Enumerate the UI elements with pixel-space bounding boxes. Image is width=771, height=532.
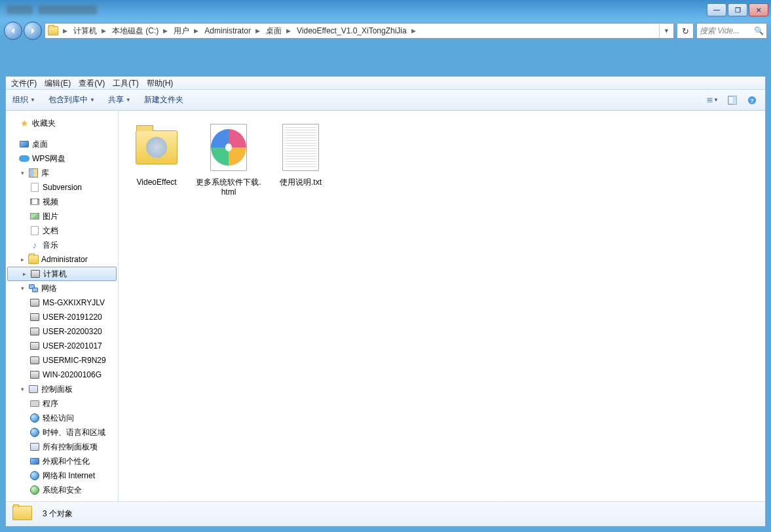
- back-button[interactable]: [4, 22, 22, 40]
- tree-libraries[interactable]: ▾库: [6, 166, 118, 180]
- user-icon: [28, 254, 39, 265]
- folder-icon: [12, 506, 33, 523]
- cloud-icon: [19, 153, 29, 164]
- library-icon: [28, 168, 39, 178]
- chevron-right-icon[interactable]: ▶: [409, 28, 418, 34]
- tree-controlpanel[interactable]: ▾控制面板: [6, 382, 118, 396]
- view-options-button[interactable]: ▼: [706, 94, 719, 107]
- tree-lib-item[interactable]: Subversion: [6, 180, 118, 195]
- maximize-button[interactable]: ❐: [728, 3, 747, 16]
- refresh-button[interactable]: ↻: [677, 23, 694, 39]
- allcp-icon: [29, 442, 40, 452]
- tree-wps[interactable]: WPS网盘: [6, 151, 118, 166]
- menu-edit[interactable]: 编辑(E): [45, 78, 71, 89]
- explorer-window: 文件(F) 编辑(E) 查看(V) 工具(T) 帮助(H) 组织▼ 包含到库中▼…: [5, 76, 766, 527]
- close-button[interactable]: ✕: [749, 3, 768, 16]
- html-icon: [201, 120, 256, 175]
- chevron-right-icon[interactable]: ▶: [192, 28, 200, 34]
- tree-net-item[interactable]: USER-20191220: [6, 310, 118, 324]
- menubar: 文件(F) 编辑(E) 查看(V) 工具(T) 帮助(H): [6, 77, 765, 90]
- navigation-tree[interactable]: ★收藏夹 桌面 WPS网盘 ▾库 Subversion 视频 图片 文档 ♪音乐…: [6, 111, 119, 501]
- tree-administrator[interactable]: ▸Administrator: [6, 252, 118, 267]
- netinet-icon: [29, 470, 40, 481]
- minimize-button[interactable]: —: [707, 3, 726, 16]
- file-list[interactable]: VideoEffect 更多系统软件下载.html 使用说明.txt: [119, 111, 765, 501]
- computer-icon: [29, 355, 40, 366]
- tree-cp-item[interactable]: 时钟、语言和区域: [6, 425, 118, 440]
- tree-network[interactable]: ▾网络: [6, 281, 118, 295]
- document-icon: [29, 225, 40, 236]
- tree-favorites[interactable]: ★收藏夹: [6, 116, 118, 130]
- menu-help[interactable]: 帮助(H): [147, 78, 174, 89]
- tree-computer[interactable]: ▸计算机: [7, 267, 117, 281]
- address-bar[interactable]: ▶ 计算机 ▶ 本地磁盘 (C:) ▶ 用户 ▶ Administrator ▶…: [45, 23, 674, 39]
- chevron-right-icon[interactable]: ▶: [254, 28, 262, 34]
- breadcrumb-seg[interactable]: 用户: [170, 24, 192, 38]
- tree-cp-item[interactable]: 所有控制面板项: [6, 440, 118, 454]
- include-in-library-button[interactable]: 包含到库中▼: [48, 94, 95, 105]
- help-button[interactable]: ?: [745, 94, 759, 107]
- network-icon: [28, 283, 39, 294]
- chevron-right-icon[interactable]: ▶: [61, 28, 69, 34]
- folder-icon: [129, 120, 184, 175]
- breadcrumb-seg[interactable]: 桌面: [262, 24, 284, 38]
- tree-net-item[interactable]: USER-20200320: [6, 324, 118, 339]
- appearance-icon: [29, 456, 40, 466]
- menu-view[interactable]: 查看(V): [79, 78, 105, 89]
- controlpanel-icon: [28, 384, 39, 394]
- preview-pane-button[interactable]: [726, 94, 739, 107]
- navbar: ▶ 计算机 ▶ 本地磁盘 (C:) ▶ 用户 ▶ Administrator ▶…: [0, 20, 771, 42]
- file-item-html[interactable]: 更多系统软件下载.html: [196, 120, 261, 197]
- breadcrumb-seg[interactable]: 计算机: [69, 24, 100, 38]
- search-icon: 🔍: [754, 26, 764, 35]
- file-item-folder[interactable]: VideoEffect: [124, 120, 189, 187]
- status-count: 3 个对象: [43, 508, 73, 520]
- chevron-right-icon[interactable]: ▶: [284, 28, 293, 34]
- tree-lib-item[interactable]: 文档: [6, 223, 118, 238]
- window-title-blur: [7, 5, 33, 14]
- statusbar: 3 个对象: [6, 501, 765, 526]
- star-icon: ★: [19, 118, 29, 128]
- breadcrumb-seg[interactable]: VideoEffect_V1.0_XiTongZhiJia: [293, 24, 409, 38]
- tree-cp-item[interactable]: 外观和个性化: [6, 454, 118, 468]
- svg-rect-2: [707, 102, 713, 102]
- computer-icon: [30, 269, 41, 279]
- video-icon: [29, 197, 40, 207]
- forward-button[interactable]: [24, 22, 42, 40]
- new-folder-button[interactable]: 新建文件夹: [144, 94, 183, 105]
- chevron-right-icon[interactable]: ▶: [161, 28, 170, 34]
- file-icon: [29, 182, 40, 193]
- tree-cp-item[interactable]: 轻松访问: [6, 411, 118, 425]
- tree-net-item[interactable]: USER-20201017: [6, 339, 118, 353]
- titlebar: — ❐ ✕: [0, 0, 771, 20]
- address-dropdown[interactable]: ▼: [659, 24, 673, 38]
- tree-lib-item[interactable]: 图片: [6, 209, 118, 223]
- tree-cp-item[interactable]: 系统和安全: [6, 483, 118, 497]
- tree-lib-item[interactable]: ♪音乐: [6, 238, 118, 252]
- svg-rect-0: [707, 98, 713, 99]
- menu-tools[interactable]: 工具(T): [113, 78, 138, 89]
- window-title-blur: [38, 5, 97, 14]
- menu-file[interactable]: 文件(F): [11, 78, 37, 89]
- tree-cp-item[interactable]: 程序: [6, 396, 118, 411]
- picture-icon: [29, 211, 40, 221]
- tree-net-item[interactable]: WIN-20200106G: [6, 368, 118, 382]
- share-button[interactable]: 共享▼: [108, 94, 131, 105]
- svg-text:?: ?: [750, 96, 754, 104]
- organize-button[interactable]: 组织▼: [12, 94, 35, 105]
- programs-icon: [29, 398, 40, 409]
- chevron-right-icon[interactable]: ▶: [100, 28, 108, 34]
- breadcrumb-seg[interactable]: 本地磁盘 (C:): [108, 24, 161, 38]
- tree-net-item[interactable]: MS-GXKIXRYJLV: [6, 295, 118, 310]
- breadcrumb-seg[interactable]: Administrator: [200, 24, 254, 38]
- tree-net-item[interactable]: USERMIC-R9N29: [6, 353, 118, 368]
- file-item-txt[interactable]: 使用说明.txt: [268, 120, 333, 187]
- tree-lib-item[interactable]: 视频: [6, 195, 118, 209]
- security-icon: [29, 485, 40, 495]
- computer-icon: [29, 370, 40, 380]
- tree-desktop[interactable]: 桌面: [6, 137, 118, 151]
- tree-cp-item[interactable]: 网络和 Internet: [6, 468, 118, 483]
- search-input[interactable]: 搜索 Vide... 🔍: [696, 23, 767, 39]
- search-placeholder: 搜索 Vide...: [700, 26, 740, 37]
- computer-icon: [29, 341, 40, 351]
